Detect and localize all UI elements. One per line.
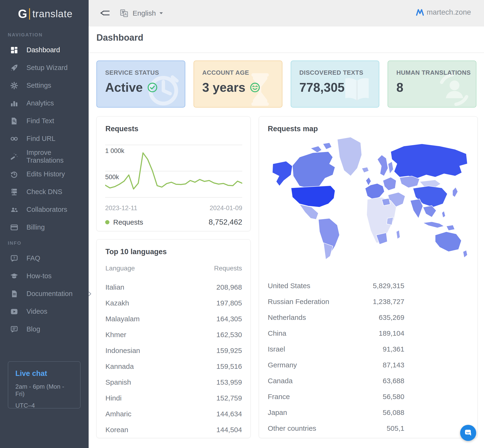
svg-text:?: ? <box>13 256 15 260</box>
sidebar-item-billing[interactable]: Billing <box>0 218 89 236</box>
country-row: Japan56,088 <box>268 405 404 420</box>
page-divider <box>89 52 484 53</box>
stat-card-value: 8 <box>396 80 403 95</box>
languages-table-rows: Italian208,968Kazakh197,805Malayalam164,… <box>105 279 242 438</box>
language-row: Khmer162,530 <box>105 327 242 343</box>
world-choropleth-map[interactable] <box>266 130 471 264</box>
language-row-label: Korean <box>105 426 128 434</box>
sidebar-item-label: Videos <box>26 308 47 315</box>
stat-card-value: Active <box>105 80 143 95</box>
requests-chart-panel: Requests 1 000k 500k 2023-12-11 2024-01-… <box>96 116 251 231</box>
sidebar-item-find-text[interactable]: Find Text <box>0 112 89 130</box>
chevron-right-icon <box>87 291 93 297</box>
dashboard-icon <box>10 46 18 54</box>
sidebar-item-label: Improve Translations <box>26 149 89 164</box>
sidebar-item-edits-history[interactable]: Edits History <box>0 165 89 183</box>
sidebar-collapse-button[interactable] <box>100 8 110 17</box>
language-row: Korean144,504 <box>105 422 242 438</box>
nav-section-label: INFO <box>0 236 89 249</box>
logo-divider <box>29 8 30 20</box>
x-axis-labels: 2023-12-11 2024-01-09 <box>105 205 242 212</box>
language-label: English <box>133 9 156 17</box>
sidebar: G translate NAVIGATIONDashboardSetup Wiz… <box>0 0 89 448</box>
faq-bubble-icon: ? <box>10 254 18 263</box>
stat-card-title: DISCOVERED TEXTS <box>299 69 379 76</box>
x-axis-start-date: 2023-12-11 <box>105 205 137 212</box>
sidebar-item-label: Documentation <box>26 290 72 298</box>
sidebar-item-label: How-tos <box>26 272 52 280</box>
document-icon <box>10 290 18 298</box>
sidebar-item-documentation[interactable]: Documentation <box>0 285 89 303</box>
sidebar-item-label: Analytics <box>26 99 54 107</box>
check-circle-icon <box>147 82 158 93</box>
sidebar-item-label: Billing <box>26 224 45 231</box>
y-tick-1000k: 1 000k <box>105 147 125 154</box>
topbar: A English martech.zone <box>89 0 484 26</box>
requests-map-panel: Requests map <box>259 116 478 438</box>
country-row: United States5,829,315 <box>268 278 404 294</box>
martech-zone-logo[interactable]: martech.zone <box>416 8 471 16</box>
language-row-label: Kannada <box>105 362 134 370</box>
country-row-value: 87,143 <box>383 361 404 369</box>
sidebar-item-check-dns[interactable]: Check DNS <box>0 183 89 201</box>
country-row-value: 505,1 <box>387 424 404 432</box>
top-languages-title: Top 10 languages <box>105 248 167 256</box>
page-title: Dashboard <box>96 33 143 43</box>
country-row-value: 1,238,727 <box>373 298 404 306</box>
sidebar-item-settings[interactable]: Settings <box>0 77 89 94</box>
language-row-value: 159,516 <box>216 362 242 370</box>
smiley-icon <box>250 82 261 93</box>
language-row-value: 159,925 <box>216 347 242 355</box>
column-requests: Requests <box>214 264 242 272</box>
stat-cards-row: SERVICE STATUSActiveACCOUNT AGE3 yearsDI… <box>96 61 476 108</box>
sidebar-item-label: Edits History <box>26 170 65 178</box>
top-languages-panel: Top 10 languages Language Requests Itali… <box>96 239 251 438</box>
language-row-label: Kazakh <box>105 299 129 307</box>
sidebar-item-label: Setup Wizard <box>26 64 68 72</box>
sidebar-item-label: Dashboard <box>26 46 60 54</box>
stat-card-title: HUMAN TRANSLATIONS <box>396 69 476 76</box>
sidebar-item-setup-wizard[interactable]: Setup Wizard <box>0 59 89 77</box>
language-row-value: 164,305 <box>216 315 242 323</box>
gtranslate-logo[interactable]: G translate <box>0 0 89 28</box>
country-row-value: 91,361 <box>383 345 404 353</box>
language-row-label: Khmer <box>105 331 126 339</box>
language-row-value: 152,759 <box>216 394 242 402</box>
live-chat-link[interactable]: Live chat <box>15 369 73 378</box>
sidebar-item-collaborators[interactable]: Collaborators <box>0 201 89 218</box>
language-row: Indonesian159,925 <box>105 343 242 358</box>
sidebar-item-find-url[interactable]: Find URL <box>0 130 89 148</box>
live-chat-fab[interactable] <box>460 425 476 441</box>
country-row-label: Netherlands <box>268 313 306 321</box>
languages-table-header: Language Requests <box>105 264 242 272</box>
language-row: Amharic144,634 <box>105 406 242 422</box>
country-row-label: Canada <box>268 377 293 385</box>
history-icon <box>10 170 18 178</box>
sidebar-item-dashboard[interactable]: Dashboard <box>0 41 89 59</box>
stat-card: ACCOUNT AGE3 years <box>194 61 282 108</box>
country-row-value: 189,104 <box>379 329 404 337</box>
sidebar-item-improve-translations[interactable]: Improve Translations <box>0 148 89 165</box>
country-row: China189,104 <box>268 325 404 341</box>
sidebar-item-analytics[interactable]: Analytics <box>0 94 89 112</box>
people-icon <box>10 205 18 214</box>
x-axis-end-date: 2024-01-09 <box>210 205 242 212</box>
language-selector[interactable]: A English <box>119 7 163 20</box>
stat-card-value: 778,305 <box>299 80 345 95</box>
svg-text:A: A <box>124 12 127 16</box>
legend-total-value: 8,752,462 <box>209 218 242 226</box>
sidebar-item-blog[interactable]: Blog <box>0 320 89 338</box>
language-row: Kazakh197,805 <box>105 295 242 311</box>
sidebar-item-videos[interactable]: Videos <box>0 303 89 320</box>
sidebar-item-how-tos[interactable]: How-tos <box>0 267 89 285</box>
brand-text: martech.zone <box>427 8 471 16</box>
country-row-label: Other countries <box>268 424 316 432</box>
sidebar-item-label: Find Text <box>26 117 54 125</box>
country-row-label: Japan <box>268 408 287 416</box>
sidebar-nav: NAVIGATIONDashboardSetup WizardSettingsA… <box>0 28 89 338</box>
nav-section-label: NAVIGATION <box>0 28 89 41</box>
legend-dot-icon <box>105 220 109 224</box>
gear-icon <box>10 81 18 90</box>
stat-card: DISCOVERED TEXTS778,305 <box>291 61 380 108</box>
sidebar-item-faq[interactable]: ?FAQ <box>0 249 89 267</box>
